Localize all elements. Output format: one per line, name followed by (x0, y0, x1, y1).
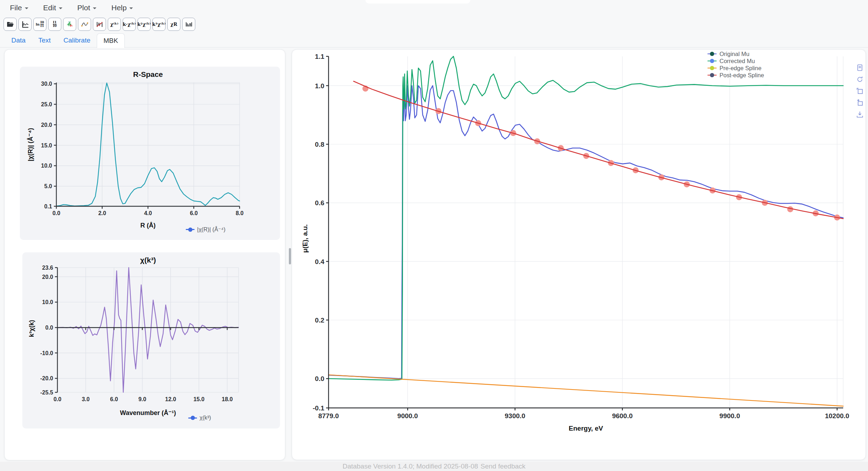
deglitch-button[interactable] (63, 18, 76, 31)
chik3-legend-label: χ(k³) (200, 415, 211, 421)
legend-marker-icon (188, 417, 197, 419)
svg-text:25.0: 25.0 (41, 101, 52, 107)
legend-line-icon (707, 68, 717, 69)
legend-item-post-edge-spline[interactable]: Post-edge Spline (707, 72, 764, 79)
rspace-chart-title: R-Space (56, 70, 240, 79)
svg-text:12.0: 12.0 (165, 396, 176, 402)
truncate-icon (95, 20, 104, 29)
svg-text:4.0: 4.0 (144, 210, 152, 216)
legend-line-icon (707, 61, 717, 62)
svg-text:8.0: 8.0 (236, 210, 243, 216)
folder-open-icon (6, 20, 15, 29)
send-feedback-link[interactable]: Send feedback (481, 462, 526, 470)
k3-chi-k-button[interactable]: k³χ⁽ᵏ⁾ (152, 18, 166, 31)
tab-calibrate[interactable]: Calibrate (57, 33, 97, 47)
ratio-button[interactable]: I1I0 (48, 18, 61, 31)
truncate-button[interactable] (93, 18, 106, 31)
log-ratio-button[interactable]: ln I0I1 (33, 18, 46, 31)
open-file-button[interactable] (4, 18, 17, 31)
svg-text:0.4: 0.4 (315, 258, 325, 265)
chik3-chart-card: 23.620.010.00.0-10.0-20.0-25.50.03.06.09… (22, 252, 280, 428)
k-chi-k-label: k·χ⁽ᵏ⁾ (123, 22, 136, 27)
tab-mbk[interactable]: MBK (97, 33, 125, 48)
legend-item-corrected-mu[interactable]: Corrected Mu (707, 57, 764, 65)
status-bar: Database Version 1.4.0; Modified 2025-08… (0, 462, 868, 471)
menu-bar: File Edit Plot Help (10, 4, 133, 12)
svg-text:0.2: 0.2 (315, 316, 324, 324)
svg-text:20.0: 20.0 (41, 122, 52, 128)
menu-plot[interactable]: Plot (77, 4, 96, 12)
ln-label: ln (36, 22, 40, 26)
menu-plot-label: Plot (77, 4, 90, 12)
legend-label: Corrected Mu (719, 58, 755, 65)
rspace-legend[interactable]: |χ(R)| (Å⁻⁴) (186, 226, 225, 233)
svg-text:3.0: 3.0 (82, 396, 90, 402)
svg-text:-10.0: -10.0 (40, 350, 54, 356)
legend-label: Pre-edge Spline (719, 65, 761, 72)
smooth-icon (80, 20, 89, 29)
download-icon[interactable] (856, 111, 864, 118)
refresh-icon[interactable] (856, 75, 864, 83)
smooth-button[interactable] (78, 18, 91, 31)
caret-down-icon (59, 7, 62, 9)
svg-text:1.0: 1.0 (315, 82, 324, 90)
svg-text:0.0: 0.0 (45, 325, 53, 331)
app-root: File Edit Plot Help ln I0I1 I1I0 χ⁽ᵏ⁾ k·… (0, 0, 868, 471)
svg-text:0.0: 0.0 (52, 210, 60, 216)
rspace-y-axis-label: |χ(R)| (Å⁻⁴) (27, 128, 34, 161)
menu-help[interactable]: Help (111, 4, 133, 12)
svg-text:-0.1: -0.1 (313, 404, 324, 412)
svg-text:9000.0: 9000.0 (397, 412, 418, 420)
i0-i1-fraction: I0I1 (40, 21, 44, 28)
tab-data[interactable]: Data (5, 33, 32, 47)
chi-r-button[interactable]: χR (167, 18, 180, 31)
k-chi-k-button[interactable]: k·χ⁽ᵏ⁾ (123, 18, 136, 31)
caret-down-icon (129, 7, 133, 9)
svg-text:18.0: 18.0 (222, 396, 233, 402)
menu-edit[interactable]: Edit (43, 4, 62, 12)
chik3-y-axis-label: k³χ(k) (28, 320, 35, 337)
chik3-legend[interactable]: χ(k³) (188, 415, 211, 421)
svg-text:-20.0: -20.0 (40, 375, 54, 381)
rspace-legend-label: |χ(R)| (Å⁻⁴) (197, 226, 225, 233)
caret-down-icon (25, 7, 28, 9)
svg-text:23.6: 23.6 (42, 265, 53, 271)
toolbar: ln I0I1 I1I0 χ⁽ᵏ⁾ k·χ⁽ᵏ⁾ k²χ⁽ᵏ⁾ k³χ⁽ᵏ⁾ χ… (4, 18, 195, 31)
svg-text:8779.0: 8779.0 (318, 412, 339, 420)
periodic-table-button[interactable] (182, 18, 195, 31)
legend-dot-icon (710, 52, 714, 56)
rspace-plot: 30.025.020.015.010.05.00.10.02.04.06.08.… (20, 67, 280, 240)
svg-text:15.0: 15.0 (194, 396, 205, 402)
chi-k-button[interactable]: χ⁽ᵏ⁾ (108, 18, 121, 31)
main-chart-legend: Original Mu Corrected Mu Pre-edge Spline… (707, 50, 764, 79)
zoom-reset-icon[interactable] (856, 99, 864, 107)
status-text: Database Version 1.4.0; Modified 2025-08… (342, 462, 478, 470)
svg-text:30.0: 30.0 (41, 81, 52, 87)
tab-text[interactable]: Text (32, 33, 57, 47)
tab-bar: Data Text Calibrate MBK (0, 33, 868, 47)
menu-file[interactable]: File (10, 4, 28, 12)
main-x-axis-label: Energy, eV (329, 425, 843, 432)
chik3-x-axis-label: Wavenumber (Å⁻¹) (57, 409, 239, 417)
k2-chi-k-button[interactable]: k²χ⁽ᵏ⁾ (138, 18, 151, 31)
legend-dot-icon (710, 66, 714, 70)
plot-mu-button[interactable] (18, 18, 32, 31)
chart-toolbox (856, 64, 864, 118)
svg-text:20.0: 20.0 (42, 274, 53, 280)
data-view-icon[interactable] (856, 64, 864, 72)
chi-r-label: χR (170, 22, 177, 27)
svg-text:0.8: 0.8 (315, 141, 324, 148)
i1-i0-fraction: I1I0 (53, 21, 56, 28)
rspace-chart-card: 30.025.020.015.010.05.00.10.02.04.06.08.… (20, 67, 280, 240)
deglitch-icon (66, 20, 74, 29)
svg-text:0.0: 0.0 (54, 396, 61, 402)
legend-dot-icon (710, 59, 714, 63)
legend-item-pre-edge-spline[interactable]: Pre-edge Spline (707, 65, 764, 72)
svg-text:0.1: 0.1 (44, 203, 52, 209)
legend-item-original-mu[interactable]: Original Mu (707, 50, 764, 57)
menu-file-label: File (10, 4, 22, 12)
chi-k-label: χ⁽ᵏ⁾ (110, 22, 118, 27)
splitter-handle[interactable] (289, 248, 291, 264)
zoom-select-icon[interactable] (856, 87, 864, 95)
svg-text:5.0: 5.0 (44, 183, 52, 189)
